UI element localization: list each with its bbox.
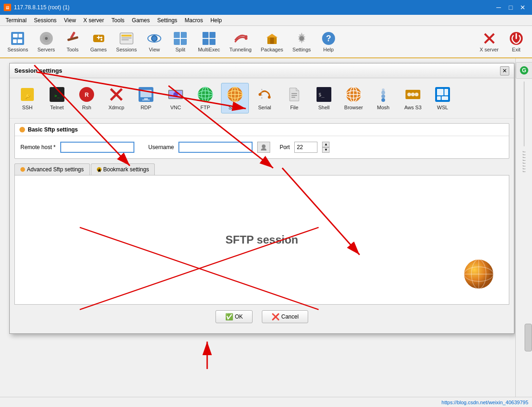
app-icon: 🖥 [4,4,11,11]
protocol-awss3[interactable]: Aws S3 [399,83,427,113]
tool-tools[interactable]: Tools [61,29,85,54]
rdp-icon [138,86,154,103]
menu-help[interactable]: Help [207,16,226,25]
advanced-tabs-container: Advanced Sftp settings ★ Bookmark settin… [14,163,509,305]
remote-host-input[interactable] [60,142,134,153]
svg-point-14 [101,39,102,41]
user-browse-button[interactable] [257,142,270,153]
restore-button[interactable]: □ [505,3,516,12]
minimize-button[interactable]: ─ [493,3,504,12]
svg-rect-88 [442,96,448,100]
scrollbar-thumb[interactable] [525,324,532,351]
svg-point-83 [415,93,418,96]
svg-point-52 [173,92,178,97]
menu-xserver[interactable]: X server [80,16,108,25]
split-label: Split [175,47,185,52]
tool-sessions2[interactable]: Sessions [113,29,141,54]
ftp-icon [197,86,214,103]
menu-tools[interactable]: Tools [108,16,128,25]
svg-point-81 [407,93,411,96]
protocol-serial[interactable]: Serial [251,83,279,113]
tool-servers[interactable]: Servers [34,29,59,54]
protocol-shell[interactable]: $_ Shell [310,83,338,113]
port-up-button[interactable]: ▲ [322,142,329,147]
status-url: https://blog.csdn.net/weixin_40639795 [442,400,528,405]
view-label: View [149,47,160,52]
protocol-ftp[interactable]: FTP [191,83,219,113]
svg-rect-4 [18,39,22,43]
dialog-title-text: Session settings [14,67,62,74]
close-button[interactable]: ✕ [517,3,528,12]
protocol-rdp[interactable]: RDP [132,83,160,113]
games-icon [91,31,106,46]
svg-rect-17 [121,38,132,38]
sessions2-icon [119,31,134,46]
session-settings-dialog: Session settings ✕ 🔑 SSH [9,63,514,334]
tool-settings[interactable]: Settings [289,29,315,54]
tool-games[interactable]: Games [87,29,111,54]
tab-advanced-sftp[interactable]: Advanced Sftp settings [14,163,90,175]
protocol-file[interactable]: File [280,83,308,113]
shell-label: Shell [318,105,329,110]
view-icon [147,31,162,46]
tab-bookmark[interactable]: ★ Bookmark settings [91,163,155,175]
sidebar-btn-1[interactable]: G [516,62,532,79]
tool-view[interactable]: View [142,29,166,54]
sessions2-label: Sessions [116,47,137,52]
svg-rect-16 [121,35,132,37]
protocol-rsh[interactable]: R Rsh [73,83,101,113]
svg-point-13 [101,37,102,38]
sftp-label: SFTP [228,105,241,110]
tunneling-label: Tunneling [229,47,252,52]
svg-point-78 [381,91,385,94]
cancel-button[interactable]: ❌ Cancel [262,310,308,323]
settings-label: Settings [292,47,311,52]
tool-split[interactable]: Split [168,29,192,54]
dialog-close-button[interactable]: ✕ [500,66,509,75]
port-input[interactable] [294,142,317,153]
ok-button[interactable]: ✅ OK [215,310,253,323]
advanced-tab-dot [20,167,25,172]
rdp-label: RDP [140,105,151,110]
ok-check-icon: ✅ [225,313,233,320]
tool-tunneling[interactable]: Tunneling [226,29,255,54]
svg-text:?: ? [326,34,331,43]
settings-content: Basic Sftp settings Remote host * Userna… [10,119,514,333]
protocol-wsl[interactable]: WSL [429,83,456,113]
svg-point-19 [152,36,157,41]
basic-settings-title: Basic Sftp settings [28,126,78,133]
svg-point-82 [411,93,415,96]
protocol-browser[interactable]: Browser [340,83,367,113]
tool-help[interactable]: ? Help [317,29,341,54]
tool-exit[interactable]: Exit [504,29,528,54]
tool-xserver[interactable]: X server [476,29,502,54]
protocol-selector: 🔑 SSH >_ Telnet [10,78,514,119]
menu-games[interactable]: Games [128,16,154,25]
menu-settings[interactable]: Settings [153,16,181,25]
port-down-button[interactable]: ▼ [322,147,329,153]
ok-label: OK [235,313,243,320]
menu-sessions[interactable]: Sessions [30,16,60,25]
protocol-ssh[interactable]: 🔑 SSH [13,83,41,113]
tool-sessions[interactable]: Sessions [4,29,32,54]
tool-packages[interactable]: Packages [257,29,287,54]
svg-point-7 [45,37,48,40]
protocol-telnet[interactable]: >_ Telnet [43,83,71,113]
protocol-mosh[interactable]: Mosh [369,83,397,113]
title-bar: 🖥 117.78.8.115 (root) (1) ─ □ ✕ [0,0,532,15]
menu-macros[interactable]: Macros [181,16,207,25]
tool-multiexec[interactable]: MultiExec [194,29,224,54]
menu-terminal[interactable]: Terminal [2,16,30,25]
menu-view[interactable]: View [60,16,80,25]
username-input[interactable] [178,142,253,153]
svg-rect-0 [11,32,24,45]
protocol-xdmcp[interactable]: Xdmcp [102,83,130,113]
protocol-vnc[interactable]: VNC [162,83,190,113]
wsl-label: WSL [437,105,448,110]
session-preview-text: SFTP session [226,233,298,246]
exit-icon [509,31,524,46]
vnc-icon [167,86,184,103]
svg-text:🔑: 🔑 [25,94,31,100]
protocol-sftp[interactable]: SFTP [221,83,249,113]
serial-label: Serial [258,105,271,110]
